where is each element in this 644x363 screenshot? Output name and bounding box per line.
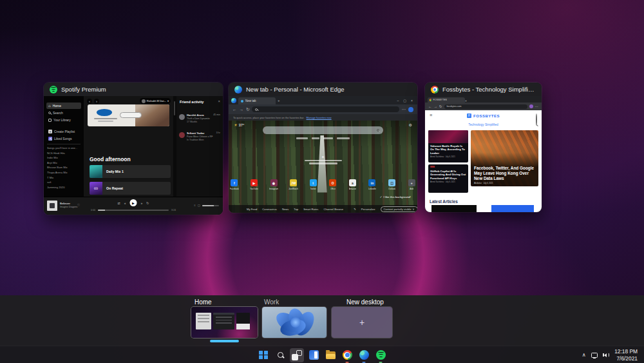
chrome-tab-strip: FOSSBYTES + [425,96,542,103]
sidebar-item-home: ⌂Home [46,103,81,109]
new-desktop-button[interactable]: + [332,307,392,338]
shelf-card-on-repeat: ∞ On Repeat [90,182,171,195]
spotify-sidebar: ⌂Home Search Your Library +Create Playli… [44,96,84,197]
search-icon [377,129,379,132]
window-title: New tab - Personal - Microsoft Edge [246,86,345,93]
tray-chevron-up-icon[interactable]: ∧ [582,352,586,358]
banner-button [120,112,142,118]
desktop-label-work[interactable]: Work [264,299,279,306]
greeting-heading: Good afternoon [90,156,131,162]
window-thumbnail-edge[interactable]: New tab - Personal - Microsoft Edge New … [229,83,417,213]
widgets-button[interactable] [305,346,322,363]
friend-activity-panel: Friend activity × Harshit Arora Thrift x… [176,96,223,197]
taskbar-clock[interactable]: 12:18 PM 7/6/2021 [614,348,638,362]
task-view-screen: Spotify Premium ⌂Home Search Your Librar… [0,0,644,363]
footer-item: Top [294,208,298,211]
queue-icon: ≡ [194,204,196,207]
windows-logo-icon [259,351,268,360]
window-titlebar: Spotify Premium [44,83,223,96]
chrome-icon [343,350,352,360]
browser-tab: FOSSBYTES [428,97,465,103]
background-credit: ◈ [229,155,417,164]
task-view-button[interactable] [289,346,305,363]
spotify-icon [376,350,386,360]
playlist-item: Songs you'll love in one... [47,146,80,150]
window-title: Spotify Premium [61,86,106,93]
previous-icon: « [124,201,126,205]
window-titlebar: New tab - Personal - Microsoft Edge [229,83,417,96]
duration-time: 3:24 [171,209,176,211]
favorites-bar-notice: To quick access, place your favorites he… [229,114,417,121]
active-desktop-indicator [210,340,239,342]
edge-tab-strip: New tab + – ▢ × [229,96,417,104]
chevron-down-icon: ∨ [413,208,415,211]
quick-link-facebook: fFacebook [229,179,240,190]
playlist-item: Bhuvan Bam Mix [47,166,80,169]
profile-avatar [408,107,413,112]
tab-favicon [430,99,431,101]
playlist-item: Indie Mix [47,156,80,159]
quick-link-outlook: ◫Outlook [386,179,398,190]
forward-icon: → [434,104,438,108]
ntp-search-bar [263,126,384,134]
chrome-taskbar-button[interactable] [339,346,355,363]
more-icon: ⋯ [402,107,406,112]
playlist-item: T Mix [47,176,80,179]
forward-icon: › [94,99,99,104]
banner-logo [97,109,112,116]
edge-icon [359,350,369,360]
edge-taskbar-button[interactable] [355,346,372,363]
taskbar: ∧ 12:18 PM 7/6/2021 [0,346,644,363]
spotify-icon [50,86,57,93]
window-thumbnail-spotify[interactable]: Spotify Premium ⌂Home Search Your Librar… [44,83,223,215]
fossbytes-page: ≡ F FOSSBYTES Technology Simplified Valo… [425,110,542,212]
tab-favicon [241,100,243,103]
desktop-thumbnail-work[interactable] [262,307,327,338]
avatar [179,132,185,138]
ntp-footer: My Feed Coronavirus News Top Smart Rates… [229,205,417,213]
now-playing-artist: Imagine Dragons [60,206,77,208]
sidebar-item-liked-songs: ♥Liked Songs [46,135,81,142]
home-icon: ⌂ [48,104,51,108]
chevron-down-icon: ▾ [167,99,169,103]
desktop-label-home[interactable]: Home [194,299,212,306]
on-repeat-cover: ∞ [90,182,102,195]
window-thumbnail-chrome[interactable]: Fossbytes - Technology Simplified - Goog… [425,83,542,212]
logo-mark: F [467,113,471,118]
profile-avatar [529,104,533,108]
search-button[interactable] [272,346,289,363]
article-card-facebook: Facebook, Twitter, And Google May Leave … [471,130,538,186]
refresh-icon: ↻ [439,104,442,108]
search-icon [255,108,258,111]
avatar [142,99,146,103]
spotify-ad-banner [88,104,169,126]
speaker-icon[interactable] [603,353,610,357]
footer-item: Coronavirus [262,208,277,211]
chrome-toolbar: ← → ↻ fossbytes.com ⋯ [425,103,542,110]
liked-songs-icon: ♥ [48,137,52,141]
diamond-icon: ◈ [322,155,325,159]
close-icon: × [218,99,220,103]
sun-icon: ☀ [234,123,237,127]
chrome-icon [431,86,439,93]
weather-widget: ☀ 37° [234,123,244,127]
file-explorer-button[interactable] [322,346,339,363]
sidebar-item-create-playlist: +Create Playlist [46,128,81,135]
refresh-icon: ↻ [246,107,249,112]
network-icon[interactable] [591,353,598,358]
bloom-core [290,317,301,328]
footer-item: News [282,208,289,211]
article-image [428,130,468,143]
search-icon [278,352,283,358]
desktop-thumbnail-home[interactable] [191,307,258,338]
quick-link-linkedin: inLinkedIn [366,179,378,190]
sidebar-item-library: Your Library [46,117,81,123]
spotify-taskbar-button[interactable] [372,346,389,363]
daily-mix-cover [90,165,102,178]
mini-window [213,313,234,329]
article-card-valorant: Valorant Battle Royale Is On The Way, Ac… [428,130,468,162]
friend-entry: Srikant Yadav Paise Mere Chheen x RF In … [179,132,222,146]
section-heading: Latest Articles [430,199,458,204]
fossbytes-logo: F FOSSBYTES [425,113,542,118]
start-button[interactable] [255,346,272,363]
